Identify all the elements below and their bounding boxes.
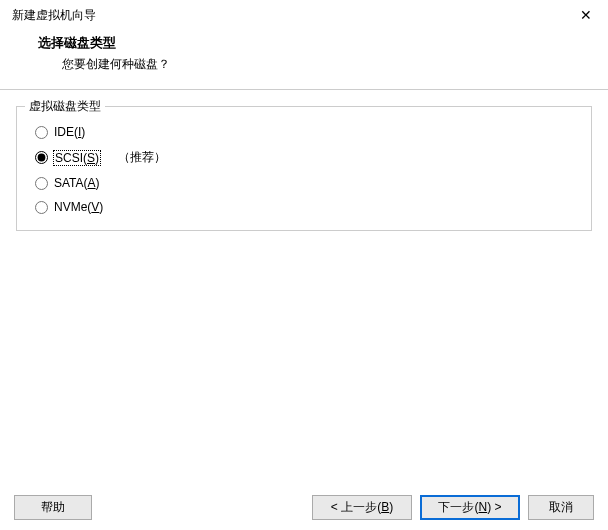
radio-row-sata: SATA(A) — [29, 176, 579, 190]
next-button[interactable]: 下一步(N) > — [420, 495, 520, 520]
radio-ide[interactable] — [35, 126, 48, 139]
radio-label-scsi[interactable]: SCSI(S) — [54, 151, 100, 165]
radio-label-nvme[interactable]: NVMe(V) — [54, 200, 103, 214]
radio-row-nvme: NVMe(V) — [29, 200, 579, 214]
wizard-header: 选择磁盘类型 您要创建何种磁盘？ — [0, 28, 608, 89]
radio-scsi[interactable] — [35, 151, 48, 164]
titlebar: 新建虚拟机向导 ✕ — [0, 0, 608, 28]
radio-sata[interactable] — [35, 177, 48, 190]
recommendation-label: （推荐） — [118, 149, 166, 166]
button-bar: 帮助 < 上一步(B) 下一步(N) > 取消 — [0, 495, 608, 520]
page-title: 选择磁盘类型 — [16, 34, 592, 52]
back-button[interactable]: < 上一步(B) — [312, 495, 412, 520]
disk-type-radio-group: IDE(I) SCSI(S) （推荐） SATA(A) NVMe(V) — [29, 125, 579, 214]
content-area: 虚拟磁盘类型 IDE(I) SCSI(S) （推荐） SATA(A) NVMe(… — [0, 90, 608, 231]
close-button[interactable]: ✕ — [576, 7, 596, 23]
radio-nvme[interactable] — [35, 201, 48, 214]
disk-type-fieldset: 虚拟磁盘类型 IDE(I) SCSI(S) （推荐） SATA(A) NVMe(… — [16, 106, 592, 231]
cancel-button[interactable]: 取消 — [528, 495, 594, 520]
page-subtitle: 您要创建何种磁盘？ — [16, 56, 592, 73]
radio-row-ide: IDE(I) — [29, 125, 579, 139]
radio-label-sata[interactable]: SATA(A) — [54, 176, 100, 190]
window-title: 新建虚拟机向导 — [12, 7, 96, 24]
radio-row-scsi: SCSI(S) （推荐） — [29, 149, 579, 166]
fieldset-legend: 虚拟磁盘类型 — [25, 98, 105, 115]
radio-label-ide[interactable]: IDE(I) — [54, 125, 85, 139]
close-icon: ✕ — [580, 7, 592, 23]
help-button[interactable]: 帮助 — [14, 495, 92, 520]
nav-button-group: < 上一步(B) 下一步(N) > 取消 — [312, 495, 594, 520]
